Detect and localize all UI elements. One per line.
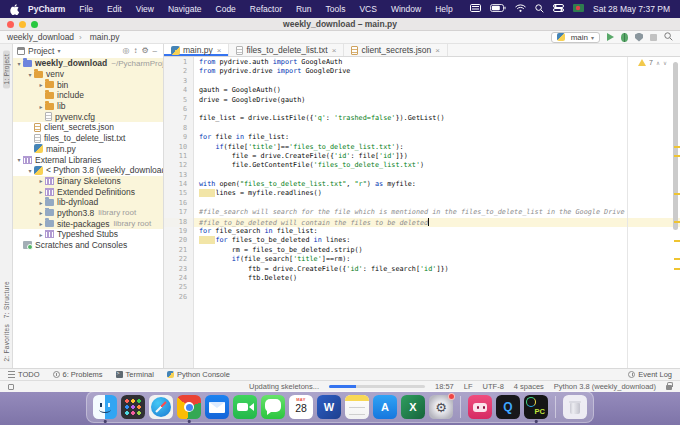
tool-window-switcher-icon[interactable] [8, 384, 14, 390]
code-line[interactable]: for files_to_be_deleted in lines: [199, 236, 680, 245]
editor-tab[interactable]: client_secrets.json× [344, 44, 448, 56]
line-number[interactable]: 26 [164, 293, 193, 302]
debug-button[interactable] [621, 33, 628, 42]
event-log-button[interactable]: Event Log [628, 370, 672, 379]
line-number[interactable]: 23 [164, 265, 193, 274]
editor-gutter[interactable]: 1234567891011121314151617181920212223242… [164, 57, 194, 368]
code-line[interactable]: rm = files_to_be_deleted.strip() [199, 246, 680, 255]
inspections-widget[interactable]: 7 ∧ ∨ [638, 59, 667, 66]
project-panel-title[interactable]: Project [28, 46, 54, 56]
dock-item-robot-assistant-app[interactable] [468, 395, 492, 419]
project-tree-item[interactable]: ▸lib-dynload [13, 197, 163, 208]
spotlight-search-icon[interactable] [535, 4, 544, 15]
menu-pycharm[interactable]: PyCharm [21, 4, 72, 14]
dock-item-pycharm[interactable]: PC [524, 395, 548, 419]
line-number[interactable]: 14 [164, 180, 193, 189]
code-line[interactable] [199, 77, 680, 86]
dock-item-app-store[interactable]: A [373, 395, 397, 419]
dock-item-messages[interactable] [261, 395, 285, 419]
next-warning-icon[interactable]: ∨ [663, 60, 667, 66]
prev-warning-icon[interactable]: ∧ [656, 60, 660, 66]
menu-help[interactable]: Help [428, 4, 459, 14]
line-number[interactable]: 15 [164, 189, 193, 198]
tree-chevron-icon[interactable]: ▸ [37, 188, 45, 195]
close-window-button[interactable] [7, 21, 14, 28]
line-number[interactable]: 19 [164, 227, 193, 236]
dock-item-calendar[interactable]: MAY28 [289, 395, 313, 419]
line-number[interactable]: 1 [164, 58, 193, 67]
collapse-all-icon[interactable]: ↕ [131, 46, 139, 55]
dock-item-microsoft-excel[interactable]: X [401, 395, 425, 419]
status-widget[interactable]: Python 3.8 (weekly_download) [554, 382, 656, 391]
tree-chevron-icon[interactable]: ▾ [26, 167, 34, 174]
menu-navigate[interactable]: Navigate [161, 4, 209, 14]
zoom-window-button[interactable] [31, 21, 38, 28]
dock-item-launchpad[interactable] [121, 395, 145, 419]
line-number[interactable]: 6 [164, 105, 193, 114]
code-line[interactable] [199, 199, 680, 208]
tool-window-button-todo[interactable]: TODO [8, 370, 40, 379]
control-center-icon[interactable] [553, 4, 564, 14]
line-number[interactable]: 21 [164, 246, 193, 255]
project-tree-item[interactable]: main.py [13, 144, 163, 155]
line-number[interactable]: 25 [164, 283, 193, 292]
tree-chevron-icon[interactable]: ▸ [37, 231, 45, 238]
project-tree-item[interactable]: files_to_delete_list.txt [13, 133, 163, 144]
dock-item-system-preferences[interactable]: ⚙ [429, 395, 453, 419]
tool-window-button-problems[interactable]: 6: Problems [53, 370, 103, 379]
breadcrumb-item[interactable]: main.py [87, 32, 120, 42]
menu-edit[interactable]: Edit [100, 4, 129, 14]
code-line[interactable]: drive = GoogleDrive(gauth) [199, 96, 680, 105]
tree-chevron-icon[interactable]: ▸ [37, 103, 45, 110]
code-line[interactable]: ftb.Delete() [199, 274, 680, 283]
chevron-down-icon[interactable]: ▾ [57, 47, 60, 54]
menu-window[interactable]: Window [384, 4, 428, 14]
line-number[interactable]: 18 [164, 218, 193, 227]
code-line[interactable]: ftb = drive.CreateFile({'id': file_searc… [199, 265, 680, 274]
project-tree-item[interactable]: ▸Typeshed Stubs [13, 229, 163, 240]
line-number[interactable]: 7 [164, 114, 193, 123]
hide-panel-icon[interactable]: – [151, 46, 159, 55]
project-tree-item[interactable]: ▸lib [13, 101, 163, 112]
tool-window-button-terminal[interactable]: Terminal [116, 370, 154, 379]
code-line[interactable]: file_list = drive.ListFile({'q': 'trashe… [199, 114, 680, 123]
apple-menu[interactable] [10, 4, 19, 15]
code-area[interactable]: from pydrive.auth import GoogleAuthfrom … [194, 57, 680, 368]
code-line[interactable]: from pydrive.drive import GoogleDrive [199, 67, 680, 76]
code-line[interactable] [199, 283, 680, 292]
tool-button-structure[interactable]: 7: Structure [3, 281, 10, 318]
project-tree-item[interactable]: client_secrets.json [13, 122, 163, 133]
menu-clock[interactable]: Sat 28 May 7:37 PM [593, 4, 670, 14]
line-number[interactable]: 11 [164, 152, 193, 161]
dock-item-finder[interactable] [93, 395, 117, 419]
stop-button[interactable] [650, 34, 657, 41]
project-tree-item[interactable]: ▸python3.8library root [13, 208, 163, 219]
coverage-button[interactable] [635, 33, 643, 42]
minimize-window-button[interactable] [19, 21, 26, 28]
menu-code[interactable]: Code [209, 4, 243, 14]
status-widget[interactable]: 4 spaces [514, 382, 544, 391]
battery-icon[interactable] [490, 4, 506, 14]
code-line[interactable] [199, 171, 680, 180]
search-everywhere-button[interactable] [664, 32, 673, 43]
code-line[interactable]: for file_search in file_list: [199, 227, 680, 236]
lock-icon[interactable] [666, 385, 672, 390]
close-tab-icon[interactable]: × [332, 46, 337, 55]
menu-refactor[interactable]: Refactor [243, 4, 289, 14]
code-line[interactable]: file = drive.CreateFile({'id': file['id'… [199, 152, 680, 161]
dock-item-microsoft-word[interactable]: W [317, 395, 341, 419]
project-tree-item[interactable]: ▾venv [13, 69, 163, 80]
code-line[interactable]: if(file_search['title']==rm): [199, 255, 680, 264]
code-line[interactable] [199, 124, 680, 133]
wifi-icon[interactable] [515, 4, 526, 14]
dock-item-google-chrome[interactable] [177, 395, 201, 419]
tree-chevron-icon[interactable]: ▾ [15, 60, 23, 67]
line-number[interactable]: 9 [164, 133, 193, 142]
tree-chevron-icon[interactable]: ▸ [37, 199, 45, 206]
line-number[interactable]: 8 [164, 124, 193, 133]
breadcrumb-item[interactable]: weekly_download [7, 32, 74, 42]
tree-chevron-icon[interactable]: ▾ [26, 71, 34, 78]
line-number[interactable]: 2 [164, 67, 193, 76]
line-number[interactable]: 10 [164, 143, 193, 152]
code-line[interactable] [199, 105, 680, 114]
